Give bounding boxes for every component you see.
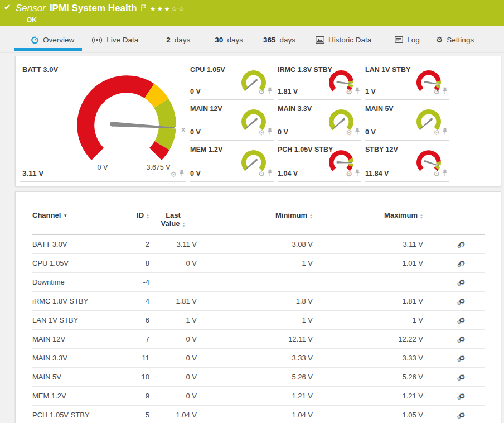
column-header-last-value[interactable]: Last Value▲▼: [149, 192, 197, 235]
channel-name[interactable]: Downtime: [32, 273, 127, 292]
channel-name[interactable]: CPU 1.05V: [32, 254, 127, 273]
channel-id: 4: [127, 292, 149, 311]
gauge-title: iRMC 1.8V STBY: [278, 66, 332, 74]
channel-minimum: 3.33 V: [197, 349, 313, 368]
priority-stars[interactable]: ★★★☆☆: [150, 3, 186, 15]
pin-icon[interactable]: [179, 170, 185, 179]
channel-minimum: 1 V: [197, 254, 313, 273]
pin-icon[interactable]: [355, 169, 360, 178]
channel-name[interactable]: LAN 1V STBY: [32, 311, 127, 330]
channel-settings-icon[interactable]: ⚙⚙: [459, 392, 466, 400]
gauge-title: LAN 1V STBY: [365, 66, 410, 74]
tab-overview[interactable]: Overview: [14, 26, 82, 53]
tab-settings[interactable]: ⚙ Settings: [436, 26, 474, 53]
table-row[interactable]: LAN 1V STBY 6 1 V 1 V 1 V ⚙⚙: [32, 311, 485, 330]
channel-name[interactable]: BATT 3.0V: [32, 235, 127, 254]
channel-last-value: 0 V: [149, 330, 197, 349]
gauge-settings-icon[interactable]: ⚙: [433, 170, 440, 177]
gauge-title: PCH 1.05V STBY: [278, 146, 333, 153]
channel-id: 5: [127, 406, 149, 423]
channel-maximum: 12.22 V: [313, 330, 423, 349]
channel-maximum: 3.33 V: [313, 349, 423, 368]
gauge-cell-primary: BATT 3.0V x̄ 0 V 3.675 V 3.11 V ⚙: [20, 56, 186, 182]
table-row[interactable]: BATT 3.0V 2 3.11 V 3.08 V 3.11 V ⚙⚙: [32, 235, 485, 254]
channel-settings-icon[interactable]: ⚙⚙: [459, 411, 466, 419]
table-row[interactable]: iRMC 1.8V STBY 4 1.81 V 1.8 V 1.81 V ⚙⚙: [32, 292, 485, 311]
pin-icon[interactable]: [355, 87, 360, 96]
tab-historic-data[interactable]: Historic Data: [316, 26, 371, 53]
channel-name[interactable]: iRMC 1.8V STBY: [32, 292, 127, 311]
channel-settings-icon[interactable]: ⚙⚙: [459, 373, 466, 381]
channel-name[interactable]: PCH 1.05V STBY: [32, 406, 127, 423]
pin-icon[interactable]: [442, 87, 448, 96]
overview-content: BATT 3.0V x̄ 0 V 3.675 V 3.11 V ⚙ CPU 1.…: [15, 56, 501, 423]
channel-name[interactable]: MAIN 12V: [32, 330, 127, 349]
channel-last-value: 0 V: [149, 368, 197, 387]
channels-panel: Channel▼ ID▲▼ Last Value▲▼ Minimum▲▼ Max…: [15, 191, 501, 423]
pin-icon[interactable]: [442, 169, 448, 178]
tab-30-days[interactable]: 30 days: [215, 26, 243, 53]
channel-name[interactable]: MEM 1.2V: [32, 387, 127, 406]
gauge-settings-icon[interactable]: ⚙: [433, 129, 440, 136]
flag-icon[interactable]: [141, 3, 146, 15]
historic-chart-icon: [316, 36, 324, 44]
channel-name[interactable]: MAIN 3.3V: [32, 349, 127, 368]
pin-icon[interactable]: [267, 128, 273, 137]
column-header-maximum[interactable]: Maximum▲▼: [313, 192, 423, 235]
channel-settings-icon[interactable]: ⚙⚙: [459, 241, 466, 248]
sort-icon: ▲▼: [146, 214, 149, 219]
gauge-settings-icon[interactable]: ⚙: [258, 129, 265, 136]
table-row[interactable]: Downtime -4 ⚙⚙: [32, 273, 485, 292]
table-row[interactable]: PCH 1.05V STBY 5 1.04 V 1.04 V 1.05 V ⚙⚙: [32, 406, 485, 423]
svg-text:x̄: x̄: [181, 126, 185, 133]
channel-maximum: 3.11 V: [313, 235, 423, 254]
pin-icon[interactable]: [267, 169, 273, 178]
channel-id: 10: [127, 368, 149, 387]
gauge-cell: STBY 12V 11.84 V ⚙: [365, 141, 449, 182]
channel-last-value: 0 V: [149, 349, 197, 368]
gauge-settings-icon[interactable]: ⚙: [170, 171, 177, 178]
table-row[interactable]: MAIN 3.3V 11 0 V 3.33 V 3.33 V ⚙⚙: [32, 349, 485, 368]
channel-settings-icon[interactable]: ⚙⚙: [459, 335, 466, 343]
channel-settings-icon[interactable]: ⚙⚙: [459, 354, 466, 362]
gauge-settings-icon[interactable]: ⚙: [258, 88, 265, 95]
table-row[interactable]: MAIN 12V 7 0 V 12.11 V 12.22 V ⚙⚙: [32, 330, 485, 349]
channel-settings-icon[interactable]: ⚙⚙: [459, 278, 466, 286]
tab-365-days[interactable]: 365 days: [263, 26, 295, 53]
tab-log[interactable]: Log: [395, 26, 420, 53]
channel-id: 2: [127, 235, 149, 254]
tab-label: Live Data: [106, 36, 138, 44]
primary-gauge: x̄: [20, 56, 190, 179]
gauge-cell: MAIN 12V 0 V ⚙: [190, 100, 274, 141]
channel-last-value: 1.04 V: [149, 406, 197, 423]
channel-settings-icon[interactable]: ⚙⚙: [459, 316, 466, 324]
gauge-settings-icon[interactable]: ⚙: [346, 170, 352, 177]
gauge-value: 1 V: [365, 88, 376, 95]
column-header-id[interactable]: ID▲▼: [127, 192, 149, 235]
column-header-channel[interactable]: Channel▼: [32, 192, 127, 235]
channel-minimum: 1.21 V: [197, 387, 313, 406]
table-row[interactable]: MAIN 5V 10 0 V 5.26 V 5.26 V ⚙⚙: [32, 368, 485, 387]
page-title: IPMI System Health: [50, 3, 137, 14]
tab-label: Historic Data: [328, 36, 371, 44]
gauge-value: 11.84 V: [365, 170, 389, 177]
tab-label: days: [175, 36, 191, 44]
tab-2-days[interactable]: 2 days: [166, 26, 190, 53]
gauge-settings-icon[interactable]: ⚙: [258, 170, 265, 177]
channel-settings-icon[interactable]: ⚙⚙: [459, 297, 466, 305]
tab-live-data[interactable]: Live Data: [91, 26, 138, 53]
gauge-settings-icon[interactable]: ⚙: [433, 88, 440, 95]
gauge-settings-icon[interactable]: ⚙: [346, 129, 352, 136]
gauge-value: 0 V: [190, 170, 201, 177]
table-row[interactable]: MEM 1.2V 9 0 V 1.21 V 1.21 V ⚙⚙: [32, 387, 485, 406]
channel-settings-icon[interactable]: ⚙⚙: [459, 259, 466, 267]
column-header-minimum[interactable]: Minimum▲▼: [197, 192, 313, 235]
pin-icon[interactable]: [442, 128, 448, 137]
pin-icon[interactable]: [355, 128, 360, 137]
table-row[interactable]: CPU 1.05V 8 0 V 1 V 1.01 V ⚙⚙: [32, 254, 485, 273]
channel-name[interactable]: MAIN 5V: [32, 368, 127, 387]
gauge-settings-icon[interactable]: ⚙: [346, 88, 352, 95]
pin-icon[interactable]: [267, 87, 273, 96]
tab-bar: Overview Live Data 2 days 30 days 365 da…: [0, 26, 504, 53]
channel-maximum: 1.01 V: [313, 254, 423, 273]
